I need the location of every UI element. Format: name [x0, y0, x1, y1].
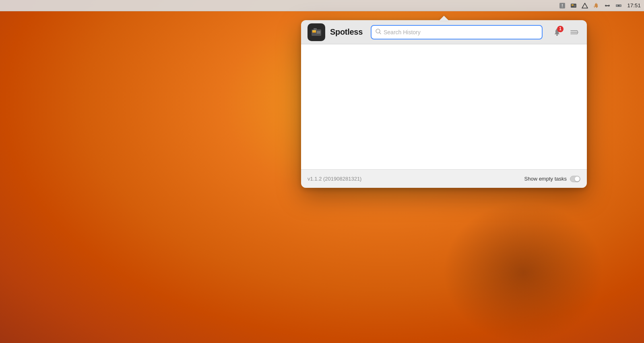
spotless-popup: Spotless 1	[301, 20, 587, 188]
notification-badge: 1	[557, 26, 564, 32]
butterfly-menubar-icon[interactable]	[603, 1, 612, 10]
search-input[interactable]	[384, 29, 538, 35]
svg-rect-4	[572, 4, 574, 5]
flame-menubar-icon[interactable]	[592, 1, 601, 10]
search-icon	[376, 29, 381, 35]
popup-footer: v1.1.2 (201908281321) Show empty tasks	[301, 169, 587, 188]
app-logo	[308, 23, 325, 41]
popup-header: Spotless 1	[301, 20, 587, 44]
exclamation-menubar-icon[interactable]: !	[558, 1, 567, 10]
svg-rect-12	[618, 5, 620, 6]
header-actions: 1	[551, 26, 580, 39]
svg-point-21	[556, 34, 558, 36]
show-empty-section: Show empty tasks	[524, 176, 581, 182]
show-empty-toggle[interactable]	[570, 176, 580, 182]
svg-rect-6	[574, 6, 576, 6]
spotless-menubar-icon[interactable]	[569, 1, 578, 10]
tape-menubar-icon[interactable]	[614, 1, 623, 10]
show-empty-label: Show empty tasks	[524, 176, 567, 182]
delta-menubar-icon[interactable]	[580, 1, 589, 10]
svg-rect-5	[574, 5, 576, 6]
version-text: v1.1.2 (201908281321)	[308, 176, 361, 182]
svg-point-8	[607, 5, 608, 6]
svg-rect-16	[317, 31, 320, 32]
svg-rect-17	[317, 33, 320, 33]
svg-text:!: !	[562, 4, 563, 8]
svg-marker-7	[582, 3, 588, 8]
toggle-knob	[575, 177, 580, 181]
popup-content	[301, 44, 587, 169]
menubar: !	[0, 0, 644, 11]
menubar-right: !	[558, 1, 641, 10]
svg-line-20	[380, 33, 381, 34]
svg-rect-18	[314, 28, 317, 30]
app-title: Spotless	[330, 27, 363, 37]
search-bar	[371, 25, 543, 39]
notification-button[interactable]: 1	[551, 26, 564, 39]
menu-button[interactable]	[568, 26, 580, 39]
svg-rect-15	[312, 30, 316, 31]
menubar-time: 17:51	[627, 2, 641, 8]
